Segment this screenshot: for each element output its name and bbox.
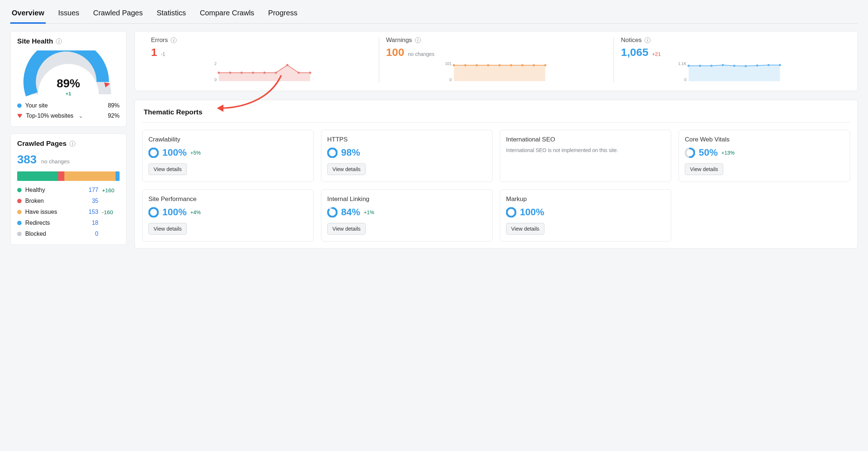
thematic-card: Internal Linking 84% +1% View details xyxy=(321,189,493,242)
site-health-title: Site Health xyxy=(17,37,53,45)
legend-your-site: Your site 89% xyxy=(17,102,120,109)
svg-point-8 xyxy=(263,72,265,74)
dot-icon xyxy=(17,103,22,108)
tab-issues[interactable]: Issues xyxy=(57,7,81,23)
svg-text:0: 0 xyxy=(449,77,452,82)
svg-point-9 xyxy=(275,72,277,74)
stack-segment xyxy=(116,171,120,181)
dot-icon xyxy=(17,221,22,225)
metric-notices[interactable]: Noticesi 1,065 +21 1.1K0 xyxy=(614,37,849,85)
svg-point-5 xyxy=(229,72,231,74)
svg-point-6 xyxy=(241,72,243,74)
metric-delta: -1 xyxy=(161,51,165,57)
thematic-card: Markup 100% View details xyxy=(500,189,671,242)
svg-point-21 xyxy=(521,64,524,66)
metric-value: 100 xyxy=(386,46,404,58)
svg-point-23 xyxy=(544,64,546,66)
svg-point-18 xyxy=(487,64,489,66)
view-details-button[interactable]: View details xyxy=(685,163,723,175)
category-count: 0 xyxy=(84,231,98,237)
metric-strip: Errorsi 1 -1 20 Warningsi 100 no changes… xyxy=(135,31,858,91)
view-details-button[interactable]: View details xyxy=(327,223,366,235)
legend-value: 92% xyxy=(108,113,120,119)
svg-point-39 xyxy=(328,148,337,157)
thematic-card-title: HTTPS xyxy=(327,136,486,143)
category-row[interactable]: Blocked 0 xyxy=(17,231,120,237)
svg-point-19 xyxy=(498,64,501,66)
svg-point-32 xyxy=(756,64,758,67)
thematic-pct: 50% xyxy=(699,147,718,158)
info-icon[interactable]: i xyxy=(645,37,650,43)
svg-point-16 xyxy=(464,64,466,66)
thematic-delta: +13% xyxy=(721,150,735,156)
svg-point-43 xyxy=(149,208,158,217)
info-icon[interactable]: i xyxy=(56,38,62,44)
legend-label: Your site xyxy=(25,102,48,109)
svg-point-17 xyxy=(476,64,478,66)
thematic-card-title: Internal Linking xyxy=(327,196,486,203)
donut-icon xyxy=(148,148,159,158)
category-row[interactable]: Broken 35 xyxy=(17,198,120,204)
dot-icon xyxy=(17,232,22,236)
svg-point-45 xyxy=(328,208,337,217)
svg-point-4 xyxy=(218,72,220,74)
triangle-icon xyxy=(17,114,22,118)
thematic-pct: 100% xyxy=(520,206,544,218)
stack-segment xyxy=(64,171,116,181)
svg-point-22 xyxy=(533,64,535,66)
thematic-card-title: Crawlability xyxy=(148,136,307,143)
thematic-delta: +1% xyxy=(364,209,374,215)
metric-warnings[interactable]: Warningsi 100 no changes 1010 xyxy=(379,37,614,85)
info-icon[interactable]: i xyxy=(171,37,177,43)
thematic-pct: 100% xyxy=(162,206,187,218)
crawled-change: no changes xyxy=(41,158,70,164)
gauge-delta: +1 xyxy=(57,91,80,96)
svg-point-11 xyxy=(298,72,300,74)
warnings-sparkline: 1010 xyxy=(386,62,607,83)
donut-icon xyxy=(327,207,337,217)
info-icon[interactable]: i xyxy=(69,141,75,147)
metric-value: 1,065 xyxy=(621,46,648,58)
legend-top10[interactable]: Top-10% websites ⌄ 92% xyxy=(17,113,120,119)
info-icon[interactable]: i xyxy=(415,37,421,43)
svg-point-10 xyxy=(286,64,288,66)
category-row[interactable]: Healthy 177 +160 xyxy=(17,187,120,193)
category-row[interactable]: Have issues 153 -160 xyxy=(17,209,120,215)
metric-errors[interactable]: Errorsi 1 -1 20 xyxy=(144,37,379,85)
donut-icon xyxy=(148,207,159,217)
stack-segment xyxy=(58,171,64,181)
thematic-card: Site Performance 100% +4% View details xyxy=(142,189,314,242)
tab-statistics[interactable]: Statistics xyxy=(155,7,187,23)
category-name: Healthy xyxy=(25,187,84,193)
metric-delta: no changes xyxy=(408,51,434,57)
svg-point-29 xyxy=(722,64,724,66)
svg-text:2: 2 xyxy=(214,62,216,66)
category-name: Redirects xyxy=(25,220,84,226)
view-details-button[interactable]: View details xyxy=(506,223,544,235)
svg-point-33 xyxy=(767,64,770,66)
dot-icon xyxy=(17,199,22,203)
donut-icon xyxy=(506,207,516,217)
view-details-button[interactable]: View details xyxy=(327,163,366,175)
tab-crawled-pages[interactable]: Crawled Pages xyxy=(92,7,144,23)
tab-progress[interactable]: Progress xyxy=(267,7,299,23)
view-details-button[interactable]: View details xyxy=(148,223,187,235)
thematic-reports-panel: Thematic Reports Crawlability 100% +5% V… xyxy=(135,100,858,249)
donut-icon xyxy=(685,148,695,158)
metric-label: Notices xyxy=(621,37,642,44)
crawled-category-list: Healthy 177 +160 Broken 35 Have issues 1… xyxy=(17,187,120,237)
legend-label: Top-10% websites xyxy=(26,113,73,119)
svg-text:0: 0 xyxy=(214,77,216,82)
category-row[interactable]: Redirects 18 xyxy=(17,220,120,226)
metric-delta: +21 xyxy=(652,51,661,57)
category-delta: -160 xyxy=(102,209,120,215)
thematic-card: Core Web Vitals 50% +13% View details xyxy=(679,130,850,182)
tab-overview[interactable]: Overview xyxy=(10,7,46,24)
category-name: Have issues xyxy=(25,209,84,215)
tab-compare-crawls[interactable]: Compare Crawls xyxy=(198,7,256,23)
thematic-card: International SEOInternational SEO is no… xyxy=(500,130,671,182)
svg-point-30 xyxy=(733,65,736,67)
metric-value: 1 xyxy=(151,46,157,58)
crawled-stack-bar xyxy=(17,171,120,181)
view-details-button[interactable]: View details xyxy=(148,163,187,175)
